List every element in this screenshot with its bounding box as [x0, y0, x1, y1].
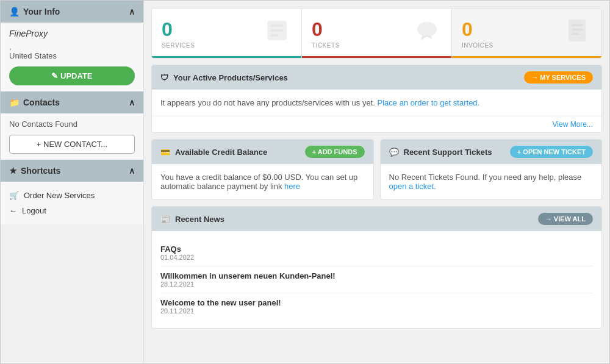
user-icon: 👤	[9, 7, 20, 16]
user-location: , United States	[9, 42, 135, 60]
support-body: No Recent Tickets Found. If you need any…	[381, 164, 602, 199]
update-button[interactable]: ✎ UPDATE	[9, 66, 135, 85]
invoices-label: INVOICES	[462, 42, 493, 49]
credit-link[interactable]: here	[284, 182, 300, 191]
view-all-news-button[interactable]: → VIEW ALL	[538, 213, 593, 225]
svg-rect-7	[572, 29, 583, 30]
view-more-link[interactable]: View More...	[152, 116, 601, 132]
news-title-2: Willkommen in unserem neuen Kunden-Panel…	[160, 271, 593, 280]
your-info-label: Your Info	[23, 7, 60, 16]
open-ticket-link[interactable]: open a ticket.	[389, 182, 436, 191]
shortcuts-icon: ★	[9, 166, 17, 176]
sidebar: 👤 Your Info ∧ FineProxy , United States …	[1, 1, 144, 363]
your-info-content: FineProxy , United States ✎ UPDATE	[1, 23, 143, 91]
shortcuts-chevron: ∧	[129, 166, 135, 176]
news-date-2: 28.12.2021	[160, 280, 593, 288]
stats-bar: 0 SERVICES 0 TICKETS 0 INVOI	[151, 8, 602, 59]
svg-rect-1	[271, 24, 283, 27]
place-order-link[interactable]: Place an order to get started.	[378, 98, 480, 107]
your-info-header[interactable]: 👤 Your Info ∧	[1, 1, 143, 23]
shortcuts-header[interactable]: ★ Shortcuts ∧	[1, 160, 143, 182]
shortcut-logout[interactable]: ← Logout	[9, 203, 135, 218]
my-services-button[interactable]: → MY SERVICES	[524, 71, 593, 84]
recent-news-body: FAQs 01.04.2022 Willkommen in unserem ne…	[152, 231, 601, 328]
recent-news-card: 📰 Recent News → VIEW ALL FAQs 01.04.2022…	[151, 206, 602, 329]
services-icon	[262, 16, 292, 51]
contacts-label: Contacts	[23, 98, 60, 107]
news-title-3: Welcome to the new user panel!	[160, 298, 593, 307]
contacts-header[interactable]: 📁 Contacts ∧	[1, 91, 143, 113]
tickets-label: TICKETS	[312, 42, 340, 49]
logout-label: Logout	[22, 206, 46, 215]
news-item-3: Welcome to the new user panel! 20.11.202…	[160, 293, 593, 319]
news-item-1: FAQs 01.04.2022	[160, 240, 593, 266]
new-contact-button[interactable]: + NEW CONTACT...	[9, 135, 135, 154]
your-info-chevron: ∧	[129, 7, 135, 16]
credit-balance-card: 💳 Available Credit Balance + ADD FUNDS Y…	[151, 139, 374, 200]
svg-point-4	[417, 22, 437, 37]
country-text: United States	[9, 51, 57, 60]
credit-balance-text: You have a credit balance of $0.00 USD. …	[160, 173, 357, 191]
svg-rect-3	[271, 34, 278, 37]
tickets-count: 0	[312, 18, 340, 41]
contacts-content: No Contacts Found + NEW CONTACT...	[1, 113, 143, 160]
credit-balance-body: You have a credit balance of $0.00 USD. …	[152, 164, 373, 199]
stat-invoices[interactable]: 0 INVOICES	[452, 9, 601, 58]
logout-icon: ←	[9, 206, 17, 215]
svg-rect-8	[572, 33, 579, 35]
stat-tickets[interactable]: 0 TICKETS	[302, 9, 452, 58]
active-products-header: 🛡 Your Active Products/Services → MY SER…	[152, 65, 601, 90]
active-products-title: Your Active Products/Services	[173, 73, 288, 82]
active-products-body: It appears you do not have any products/…	[152, 90, 601, 116]
svg-rect-2	[271, 29, 283, 32]
shield-icon: 🛡	[160, 73, 168, 82]
order-services-label: Order New Services	[24, 191, 95, 200]
svg-rect-6	[572, 24, 583, 26]
shortcuts-content: 🛒 Order New Services ← Logout	[1, 182, 143, 224]
news-title-1: FAQs	[160, 244, 593, 254]
support-tickets-header: 💬 Recent Support Tickets + OPEN NEW TICK…	[381, 140, 602, 164]
credit-icon: 💳	[160, 148, 170, 157]
news-date-3: 20.11.2021	[160, 307, 593, 315]
invoices-count: 0	[462, 18, 493, 41]
news-item-2: Willkommen in unserem neuen Kunden-Panel…	[160, 266, 593, 293]
services-label: SERVICES	[162, 42, 195, 49]
no-contacts-text: No Contacts Found	[9, 120, 135, 129]
recent-news-header: 📰 Recent News → VIEW ALL	[152, 207, 601, 231]
shortcuts-label: Shortcuts	[21, 166, 60, 176]
active-products-text: It appears you do not have any products/…	[160, 98, 375, 107]
support-body-text: No Recent Tickets Found. If you need any…	[389, 173, 582, 182]
main-content: 0 SERVICES 0 TICKETS 0 INVOI	[144, 1, 609, 363]
support-tickets-card: 💬 Recent Support Tickets + OPEN NEW TICK…	[380, 139, 603, 200]
shortcut-order-services[interactable]: 🛒 Order New Services	[9, 188, 135, 203]
open-new-ticket-button[interactable]: + OPEN NEW TICKET	[510, 146, 593, 158]
comma-text: ,	[9, 42, 12, 51]
credit-balance-header: 💳 Available Credit Balance + ADD FUNDS	[152, 140, 373, 164]
two-col-row: 💳 Available Credit Balance + ADD FUNDS Y…	[151, 139, 602, 200]
username: FineProxy	[9, 29, 135, 38]
credit-balance-title: Available Credit Balance	[175, 148, 267, 157]
add-funds-button[interactable]: + ADD FUNDS	[305, 146, 365, 158]
active-products-card: 🛡 Your Active Products/Services → MY SER…	[151, 65, 602, 133]
support-tickets-title: Recent Support Tickets	[404, 148, 492, 157]
contacts-icon: 📁	[9, 98, 20, 107]
contacts-chevron: ∧	[129, 98, 135, 107]
chat-icon: 💬	[389, 148, 399, 157]
news-icon: 📰	[160, 215, 170, 224]
recent-news-title: Recent News	[175, 215, 224, 224]
stat-services[interactable]: 0 SERVICES	[152, 9, 302, 58]
tickets-icon	[412, 16, 442, 51]
cart-icon: 🛒	[9, 191, 19, 200]
news-date-1: 01.04.2022	[160, 254, 593, 261]
invoices-icon	[562, 16, 592, 51]
services-count: 0	[162, 18, 195, 41]
